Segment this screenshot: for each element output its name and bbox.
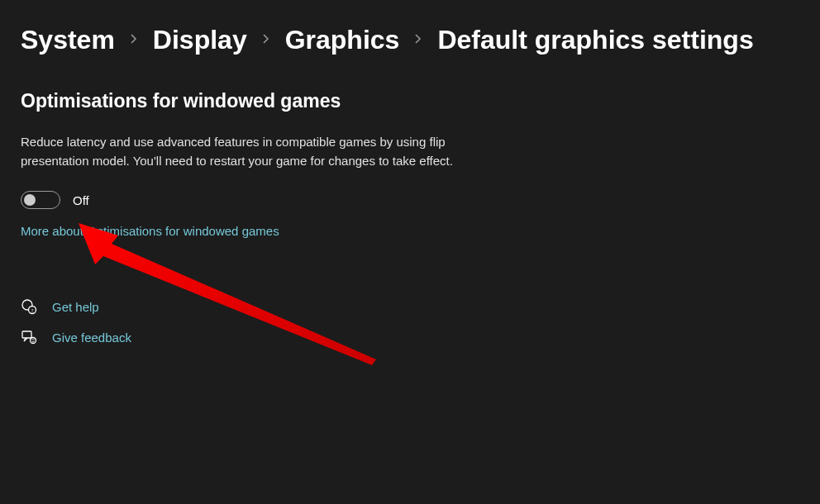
breadcrumb-current: Default graphics settings — [437, 25, 753, 55]
section-description: Reduce latency and use advanced features… — [21, 133, 459, 170]
chevron-right-icon — [414, 31, 422, 49]
link-get-help[interactable]: Get help — [52, 300, 99, 314]
breadcrumb-system[interactable]: System — [21, 25, 115, 55]
feedback-icon — [21, 329, 37, 345]
chevron-right-icon — [262, 31, 270, 49]
chevron-right-icon — [130, 31, 138, 49]
breadcrumb-graphics[interactable]: Graphics — [285, 25, 400, 55]
help-section: ? Get help Give feedback — [21, 298, 799, 345]
svg-point-5 — [31, 339, 32, 340]
help-row-give-feedback: Give feedback — [21, 329, 799, 345]
toggle-optimisations[interactable] — [21, 191, 60, 209]
svg-point-6 — [33, 339, 34, 340]
toggle-knob — [24, 194, 36, 206]
link-give-feedback[interactable]: Give feedback — [52, 330, 131, 345]
breadcrumb-display[interactable]: Display — [153, 25, 247, 55]
link-more-about-optimisations[interactable]: More about Optimisations for windowed ga… — [21, 224, 279, 238]
svg-rect-3 — [22, 331, 31, 338]
toggle-row-optimisations: Off — [21, 191, 799, 209]
toggle-state-label: Off — [73, 193, 89, 207]
section-title-optimisations: Optimisations for windowed games — [21, 90, 799, 112]
help-icon: ? — [21, 298, 37, 315]
help-row-get-help: ? Get help — [21, 298, 799, 315]
svg-text:?: ? — [31, 308, 34, 313]
breadcrumb: System Display Graphics Default graphics… — [21, 25, 799, 55]
annotation-arrow — [62, 215, 409, 380]
